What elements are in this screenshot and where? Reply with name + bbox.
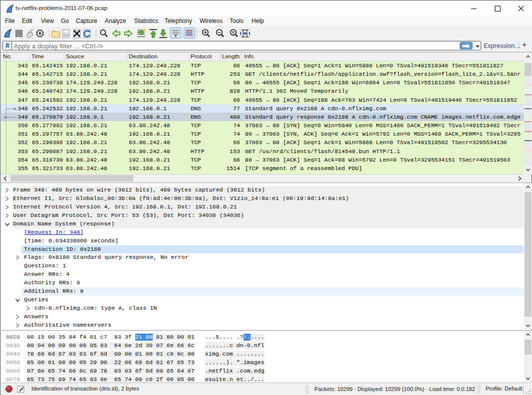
svg-text:010: 010 (64, 34, 68, 36)
